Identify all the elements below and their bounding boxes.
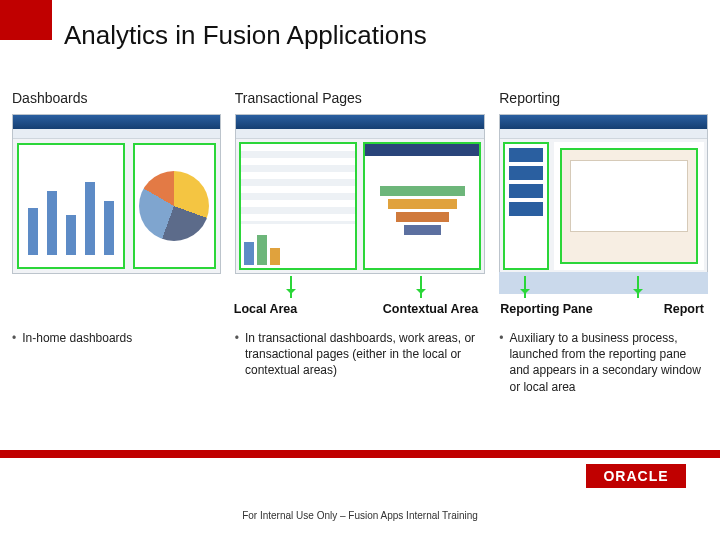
local-area-panel bbox=[239, 142, 357, 270]
footer-caption: For Internal Use Only – Fusion Apps Inte… bbox=[0, 510, 720, 521]
brand-red-block bbox=[0, 0, 52, 40]
bullet-dot-icon: • bbox=[235, 330, 239, 379]
slide-title: Analytics in Fusion Applications bbox=[64, 20, 427, 51]
bullet-dot-icon: • bbox=[12, 330, 16, 346]
footer-red-strip bbox=[0, 450, 720, 458]
column-dashboards: Dashboards bbox=[12, 90, 221, 274]
bullet-reporting: • Auxiliary to a business process, launc… bbox=[499, 330, 708, 395]
heading-dashboards: Dashboards bbox=[12, 90, 221, 106]
dashboard-pie-widget bbox=[133, 143, 216, 269]
column-reporting: Reporting bbox=[499, 90, 708, 274]
sub-labels-row: Local Area Contextual Area Reporting Pan… bbox=[12, 302, 708, 316]
reporting-bottom-strip bbox=[499, 272, 708, 294]
app-toolbar bbox=[500, 129, 707, 139]
mini-bar-chart bbox=[244, 227, 352, 265]
app-header-bar bbox=[500, 115, 707, 129]
funnel-chart bbox=[365, 156, 479, 268]
bullet-dashboards: • In-home dashboards bbox=[12, 330, 221, 346]
arrow-down-icon bbox=[290, 276, 292, 298]
label-local-area: Local Area bbox=[234, 302, 297, 316]
columns-row: Dashboards Transactional Pages bbox=[12, 90, 708, 274]
contextual-area-panel bbox=[363, 142, 481, 270]
arrow-down-icon bbox=[637, 276, 639, 298]
arrow-down-icon bbox=[420, 276, 422, 298]
app-toolbar bbox=[13, 129, 220, 139]
label-reporting-pane: Reporting Pane bbox=[500, 302, 592, 316]
oracle-logo-text: ORACLE bbox=[586, 464, 686, 488]
column-transactional: Transactional Pages bbox=[235, 90, 486, 274]
app-toolbar bbox=[236, 129, 485, 139]
oracle-logo: ORACLE bbox=[586, 464, 686, 488]
pie-chart-icon bbox=[139, 171, 209, 241]
app-header-bar bbox=[13, 115, 220, 129]
report-panel bbox=[554, 142, 704, 270]
reporting-pane-panel bbox=[503, 142, 549, 270]
bullets-row: • In-home dashboards • In transactional … bbox=[12, 330, 708, 395]
bullet-text: In-home dashboards bbox=[22, 330, 132, 346]
bullet-dot-icon: • bbox=[499, 330, 503, 395]
arrow-down-icon bbox=[524, 276, 526, 298]
app-header-bar bbox=[236, 115, 485, 129]
label-contextual-area: Contextual Area bbox=[383, 302, 478, 316]
screenshot-dashboards bbox=[12, 114, 221, 274]
bullet-transactional: • In transactional dashboards, work area… bbox=[235, 330, 486, 379]
label-report: Report bbox=[664, 302, 704, 316]
screenshot-transactional bbox=[235, 114, 486, 274]
heading-reporting: Reporting bbox=[499, 90, 708, 106]
data-grid bbox=[241, 144, 355, 224]
dashboard-bar-widget bbox=[17, 143, 125, 269]
bullet-text: Auxiliary to a business process, launche… bbox=[509, 330, 708, 395]
heading-transactional: Transactional Pages bbox=[235, 90, 486, 106]
screenshot-reporting bbox=[499, 114, 708, 274]
bullet-text: In transactional dashboards, work areas,… bbox=[245, 330, 485, 379]
